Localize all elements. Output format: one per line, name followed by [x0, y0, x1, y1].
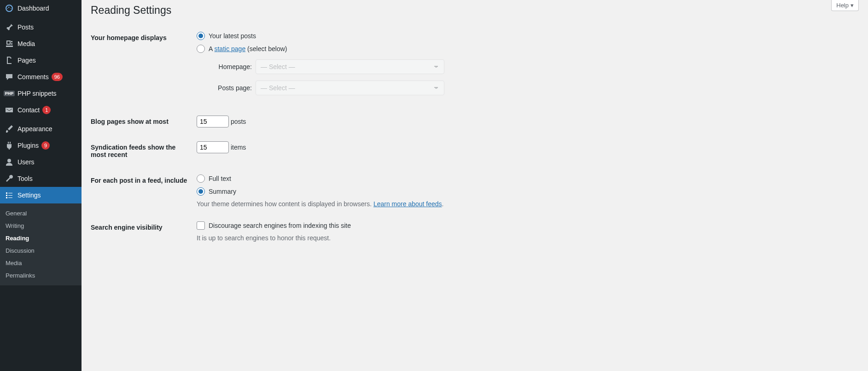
radio-full-text[interactable] [197, 174, 205, 183]
caret-down-icon: ▾ [851, 2, 854, 9]
pin-icon [5, 23, 14, 32]
feed-content-heading: For each post in a feed, include [91, 168, 192, 214]
homepage-displays-heading: Your homepage displays [91, 25, 192, 109]
plugin-icon [5, 141, 14, 150]
sidebar-item-label: Settings [17, 191, 41, 199]
search-visibility-label: Discourage search engines from indexing … [209, 222, 351, 229]
settings-submenu: General Writing Reading Discussion Media… [0, 203, 82, 285]
radio-summary-label: Summary [209, 188, 236, 195]
help-label: Help [836, 2, 849, 9]
admin-sidebar: Dashboard Posts Media Pages Comments 96 … [0, 0, 82, 371]
feed-description: Your theme determines how content is dis… [197, 200, 854, 208]
media-icon [5, 39, 14, 48]
static-prefix: A [209, 45, 214, 52]
radio-summary[interactable] [197, 187, 205, 196]
user-icon [5, 157, 14, 167]
radio-static-page[interactable] [197, 45, 205, 53]
homepage-select-label: Homepage: [206, 63, 252, 70]
comment-icon [5, 72, 14, 81]
sidebar-item-label: Posts [17, 23, 34, 31]
postspage-select-label: Posts page: [206, 84, 252, 92]
radio-latest-posts[interactable] [197, 32, 205, 40]
sidebar-item-users[interactable]: Users [0, 154, 82, 170]
main-content: Help ▾ Reading Settings Your homepage di… [82, 0, 868, 371]
sidebar-item-settings[interactable]: Settings [0, 187, 82, 203]
search-visibility-checkbox[interactable] [197, 221, 205, 230]
sidebar-item-media[interactable]: Media [0, 35, 82, 52]
sidebar-item-label: Pages [17, 57, 36, 64]
page-title: Reading Settings [91, 0, 859, 18]
submenu-media[interactable]: Media [0, 257, 82, 269]
syndication-heading: Syndication feeds show the most recent [91, 134, 192, 168]
sidebar-item-label: Comments [17, 73, 49, 81]
posts-per-page-input[interactable] [197, 116, 229, 128]
radio-latest-label: Your latest posts [209, 32, 256, 40]
sidebar-item-comments[interactable]: Comments 96 [0, 69, 82, 85]
sidebar-item-php-snippets[interactable]: PHP PHP snippets [0, 85, 82, 102]
sidebar-item-label: Tools [17, 175, 33, 182]
sidebar-item-pages[interactable]: Pages [0, 52, 82, 69]
static-page-link[interactable]: static page [214, 45, 245, 52]
sidebar-item-posts[interactable]: Posts [0, 19, 82, 35]
sidebar-item-appearance[interactable]: Appearance [0, 121, 82, 137]
sidebar-item-label: Media [17, 40, 35, 47]
search-visibility-note: It is up to search engines to honor this… [197, 234, 854, 242]
submenu-permalinks[interactable]: Permalinks [0, 269, 82, 282]
sidebar-item-label: Dashboard [17, 5, 49, 12]
sidebar-item-contact[interactable]: Contact 1 [0, 102, 82, 118]
learn-more-feeds-link[interactable]: Learn more about feeds [373, 200, 442, 208]
sidebar-item-label: Contact [17, 106, 40, 114]
submenu-general[interactable]: General [0, 207, 82, 220]
radio-full-text-label: Full text [209, 175, 231, 182]
page-icon [5, 56, 14, 65]
submenu-reading[interactable]: Reading [0, 232, 82, 244]
sidebar-item-label: PHP snippets [17, 90, 57, 97]
settings-icon [5, 191, 14, 200]
radio-static-label: A static page (select below) [209, 45, 287, 52]
contact-badge: 1 [42, 106, 51, 114]
static-suffix: (select below) [245, 45, 287, 52]
syndication-input[interactable] [197, 141, 229, 153]
php-icon: PHP [5, 89, 14, 98]
brush-icon [5, 124, 14, 133]
posts-per-page-suffix: posts [231, 118, 246, 125]
search-visibility-heading: Search engine visibility [91, 214, 192, 249]
sidebar-item-label: Appearance [17, 125, 52, 133]
wrench-icon [5, 174, 14, 183]
feed-desc-prefix: Your theme determines how content is dis… [197, 200, 373, 208]
help-button[interactable]: Help ▾ [831, 0, 859, 11]
submenu-discussion[interactable]: Discussion [0, 244, 82, 257]
submenu-writing[interactable]: Writing [0, 220, 82, 232]
syndication-suffix: items [231, 144, 246, 151]
sidebar-item-label: Users [17, 158, 35, 166]
sidebar-item-label: Plugins [17, 142, 39, 149]
plugins-badge: 9 [41, 141, 50, 150]
homepage-select[interactable]: — Select — [256, 59, 444, 74]
mail-icon [5, 105, 14, 115]
postspage-select[interactable]: — Select — [256, 81, 444, 95]
settings-form: Your homepage displays Your latest posts… [91, 25, 859, 249]
dashboard-icon [5, 4, 14, 13]
comments-badge: 96 [52, 73, 63, 81]
sidebar-item-dashboard[interactable]: Dashboard [0, 0, 82, 17]
sidebar-item-tools[interactable]: Tools [0, 170, 82, 187]
posts-per-page-heading: Blog pages show at most [91, 109, 192, 134]
feed-desc-suffix: . [442, 200, 444, 208]
sidebar-item-plugins[interactable]: Plugins 9 [0, 137, 82, 154]
